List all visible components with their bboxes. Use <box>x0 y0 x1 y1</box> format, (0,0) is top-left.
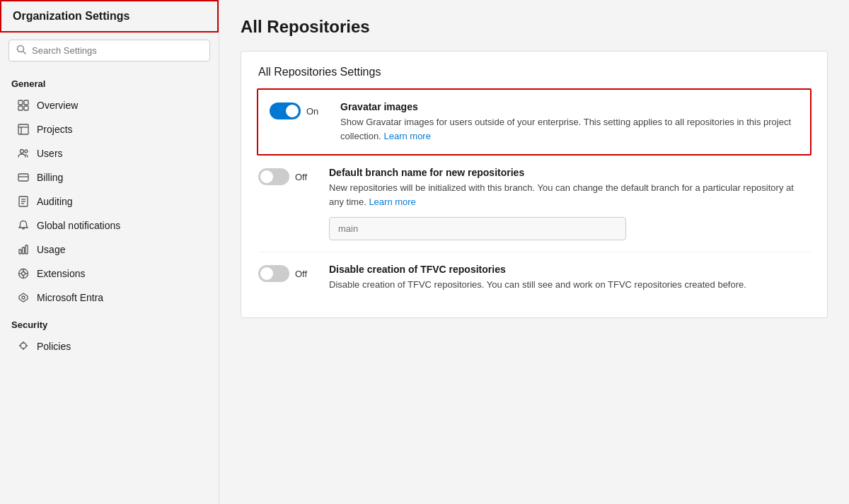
tfvc-toggle-label: Off <box>295 269 307 279</box>
sidebar-item-microsoft-entra[interactable]: Microsoft Entra <box>0 286 219 310</box>
sidebar-item-label: Microsoft Entra <box>37 292 103 303</box>
billing-icon <box>17 171 30 184</box>
svg-point-10 <box>25 150 28 153</box>
svg-rect-3 <box>24 100 28 105</box>
setting-row-tfvc: Off Disable creation of TFVC repositorie… <box>258 252 810 303</box>
grid-icon <box>17 99 30 112</box>
sidebar-item-label: Auditing <box>37 196 73 207</box>
sidebar-item-billing[interactable]: Billing <box>0 165 219 189</box>
sidebar-item-global-notifications[interactable]: Global notifications <box>0 213 219 238</box>
section-label-general: General <box>0 69 219 93</box>
settings-card: All Repositories Settings On Gravatar im… <box>241 51 828 318</box>
svg-point-21 <box>22 272 25 276</box>
svg-rect-18 <box>23 247 25 254</box>
sidebar-item-label: Global notifications <box>37 220 120 231</box>
search-icon <box>16 45 26 57</box>
toggle-area-tfvc: Off <box>258 264 315 282</box>
sidebar-item-usage[interactable]: Usage <box>0 238 219 262</box>
users-icon <box>17 147 30 160</box>
sidebar-item-projects[interactable]: Projects <box>0 117 219 141</box>
policies-icon <box>17 340 30 353</box>
sidebar-title-bar: Organization Settings <box>0 0 219 33</box>
svg-point-27 <box>22 296 25 299</box>
sidebar-item-label: Usage <box>37 244 65 255</box>
gravatar-info: Gravatar images Show Gravatar images for… <box>340 101 799 143</box>
sidebar-item-label: Overview <box>37 100 78 111</box>
default-branch-info: Default branch name for new repositories… <box>329 167 810 240</box>
svg-rect-2 <box>18 100 23 105</box>
svg-line-1 <box>23 52 26 54</box>
search-box[interactable] <box>8 40 210 61</box>
usage-icon <box>17 243 30 256</box>
sidebar-item-users[interactable]: Users <box>0 141 219 165</box>
toggle-thumb <box>260 267 273 280</box>
sidebar-item-overview[interactable]: Overview <box>0 93 219 117</box>
default-branch-desc: New repositories will be initialized wit… <box>329 181 810 209</box>
sidebar-item-label: Policies <box>37 341 71 352</box>
gravatar-toggle[interactable] <box>270 102 301 119</box>
default-branch-title: Default branch name for new repositories <box>329 167 810 178</box>
setting-row-gravatar: On Gravatar images Show Gravatar images … <box>257 88 812 156</box>
page-title: All Repositories <box>241 17 828 37</box>
svg-rect-6 <box>18 124 28 134</box>
bell-icon <box>17 219 30 232</box>
sidebar-item-policies[interactable]: Policies <box>0 334 219 358</box>
tfvc-title: Disable creation of TFVC repositories <box>329 264 810 275</box>
search-input[interactable] <box>32 45 202 56</box>
sidebar-nav: General Overview Projects <box>0 69 219 504</box>
gravatar-desc: Show Gravatar images for users outside o… <box>340 115 799 143</box>
tfvc-info: Disable creation of TFVC repositories Di… <box>329 264 810 292</box>
svg-rect-17 <box>19 250 21 254</box>
svg-rect-11 <box>18 174 28 181</box>
extensions-icon <box>17 267 30 280</box>
toggle-thumb <box>260 170 273 183</box>
toggle-area-gravatar: On <box>270 101 326 119</box>
svg-marker-26 <box>19 293 28 302</box>
sidebar-item-auditing[interactable]: Auditing <box>0 189 219 213</box>
sidebar-item-extensions[interactable]: Extensions <box>0 262 219 286</box>
tfvc-desc: Disable creation of TFVC repositories. Y… <box>329 278 810 292</box>
sidebar-title: Organization Settings <box>13 10 129 22</box>
default-branch-toggle-label: Off <box>295 172 307 182</box>
toggle-area-default-branch: Off <box>258 167 315 185</box>
gravatar-toggle-label: On <box>306 106 318 117</box>
default-branch-toggle[interactable] <box>258 168 289 185</box>
svg-rect-19 <box>25 245 28 254</box>
sidebar-item-label: Billing <box>37 172 63 183</box>
sidebar-item-label: Projects <box>37 124 73 135</box>
toggle-thumb <box>286 105 299 117</box>
sidebar: Organization Settings General Overview <box>0 0 219 504</box>
branch-name-input[interactable] <box>329 217 626 240</box>
gravatar-title: Gravatar images <box>340 101 799 112</box>
svg-rect-4 <box>18 106 23 110</box>
gravatar-learn-more-link[interactable]: Learn more <box>383 131 430 141</box>
card-title: All Repositories Settings <box>258 66 810 78</box>
default-branch-learn-more-link[interactable]: Learn more <box>369 197 415 207</box>
projects-icon <box>17 123 30 136</box>
sidebar-item-label: Extensions <box>37 268 85 279</box>
main-content: All Repositories All Repositories Settin… <box>219 0 849 504</box>
svg-point-28 <box>21 343 26 348</box>
sidebar-item-label: Users <box>37 148 63 159</box>
svg-rect-5 <box>24 106 28 110</box>
tfvc-toggle[interactable] <box>258 265 289 282</box>
auditing-icon <box>17 195 30 208</box>
entra-icon <box>17 291 30 304</box>
svg-point-9 <box>21 150 24 153</box>
setting-row-default-branch: Off Default branch name for new reposito… <box>258 156 810 252</box>
section-label-security: Security <box>0 310 219 334</box>
